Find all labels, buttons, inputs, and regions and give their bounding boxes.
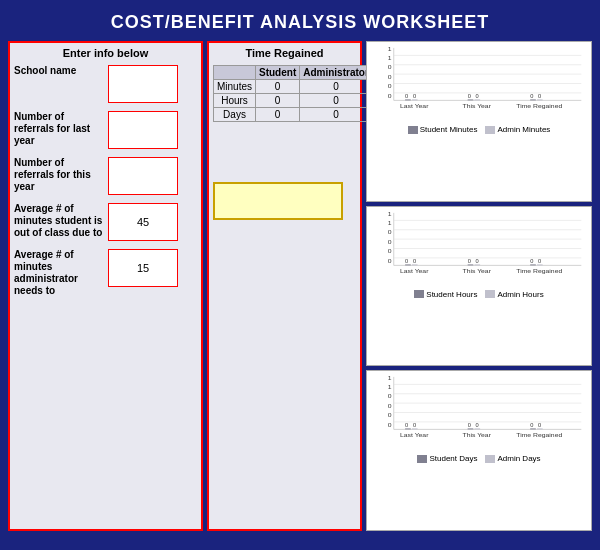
svg-rect-74 [537,429,543,430]
svg-text:0: 0 [476,423,479,428]
legend-label-student-days: Student Days [429,454,477,463]
hours-student: 0 [256,94,300,108]
middle-panel: Time Regained Student Administrator Minu… [207,41,362,531]
minutes-row: Minutes 0 0 [214,80,373,94]
svg-text:This Year: This Year [463,102,491,108]
minutes-legend: Student Minutes Admin Minutes [371,125,587,134]
hours-chart-svg: 1 1 0 0 0 0 Last Year This Year Time [371,211,587,286]
svg-rect-71 [468,429,474,430]
days-chart-svg: 1 1 0 0 0 0 Last Year This Year Time [371,375,587,450]
svg-text:0: 0 [388,229,392,235]
days-admin: 0 [300,108,373,122]
avg-minutes-student-label: Average # of minutes student is out of c… [14,203,104,239]
svg-text:1: 1 [388,219,392,225]
highlighted-input[interactable] [213,182,343,220]
referrals-this-year-input[interactable] [108,157,178,195]
legend-color-admin-hours [485,290,495,298]
days-student: 0 [256,108,300,122]
svg-text:1: 1 [388,46,392,52]
left-panel-title: Enter info below [14,47,197,59]
svg-text:0: 0 [405,259,408,264]
avg-minutes-admin-input[interactable]: 15 [108,249,178,287]
svg-rect-15 [468,99,474,100]
svg-text:1: 1 [388,384,392,390]
hours-label: Hours [214,94,256,108]
svg-rect-16 [474,99,480,100]
col-header-empty [214,66,256,80]
svg-text:0: 0 [388,238,392,244]
minutes-chart-svg: 1 1 0 0 0 0 [371,46,587,121]
svg-text:0: 0 [388,73,392,79]
avg-minutes-student-input[interactable]: 45 [108,203,178,241]
hours-chart: 1 1 0 0 0 0 Last Year This Year Time [366,206,592,367]
svg-text:Last Year: Last Year [400,267,428,273]
left-panel: Enter info below School name Number of r… [8,41,203,531]
legend-admin-minutes: Admin Minutes [485,125,550,134]
hours-row: Hours 0 0 [214,94,373,108]
svg-rect-42 [412,264,418,265]
svg-text:0: 0 [413,94,416,99]
svg-text:1: 1 [388,375,392,381]
col-header-student: Student [256,66,300,80]
minutes-student: 0 [256,80,300,94]
svg-text:0: 0 [413,423,416,428]
svg-rect-44 [474,264,480,265]
svg-text:1: 1 [388,211,392,217]
school-name-row: School name [14,65,197,103]
legend-student-minutes: Student Minutes [408,125,478,134]
svg-text:Last Year: Last Year [400,102,428,108]
avg-minutes-admin-row: Average # of minutes administrator needs… [14,249,197,297]
referrals-this-year-row: Number of referrals for this year [14,157,197,195]
hours-admin: 0 [300,94,373,108]
legend-label-admin-days: Admin Days [497,454,540,463]
referrals-last-year-input[interactable] [108,111,178,149]
svg-rect-41 [405,264,411,265]
svg-text:0: 0 [405,94,408,99]
legend-color-student-minutes [408,126,418,134]
legend-color-admin-days [485,455,495,463]
svg-text:Last Year: Last Year [400,432,428,438]
svg-rect-43 [468,264,474,265]
legend-color-student-days [417,455,427,463]
svg-text:0: 0 [530,94,533,99]
svg-text:0: 0 [388,257,392,263]
days-chart: 1 1 0 0 0 0 Last Year This Year Time [366,370,592,531]
legend-label-admin-hours: Admin Hours [497,290,543,299]
avg-minutes-admin-label: Average # of minutes administrator needs… [14,249,104,297]
svg-rect-17 [530,99,536,100]
svg-text:0: 0 [405,423,408,428]
page-title: COST/BENEFIT ANALYSIS WORKSHEET [0,0,600,41]
school-name-label: School name [14,65,104,77]
svg-rect-46 [537,264,543,265]
minutes-admin: 0 [300,80,373,94]
svg-text:0: 0 [468,259,471,264]
legend-color-admin-minutes [485,126,495,134]
svg-rect-45 [530,264,536,265]
svg-text:0: 0 [388,92,392,98]
school-name-input[interactable] [108,65,178,103]
svg-text:0: 0 [388,422,392,428]
svg-rect-13 [405,99,411,100]
svg-text:0: 0 [530,423,533,428]
right-panel: 1 1 0 0 0 0 [366,41,592,531]
svg-text:0: 0 [468,423,471,428]
svg-text:0: 0 [538,423,541,428]
svg-text:0: 0 [388,393,392,399]
legend-admin-hours: Admin Hours [485,290,543,299]
svg-text:0: 0 [388,247,392,253]
svg-text:0: 0 [538,94,541,99]
svg-text:1: 1 [388,55,392,61]
svg-text:Time Regained: Time Regained [516,432,563,438]
legend-color-student-hours [414,290,424,298]
hours-legend: Student Hours Admin Hours [371,290,587,299]
days-label: Days [214,108,256,122]
legend-label-student-minutes: Student Minutes [420,125,478,134]
time-table: Student Administrator Minutes 0 0 Hours … [213,65,373,122]
svg-text:0: 0 [476,259,479,264]
legend-label-student-hours: Student Hours [426,290,477,299]
svg-rect-69 [405,429,411,430]
svg-text:This Year: This Year [463,432,491,438]
legend-student-days: Student Days [417,454,477,463]
svg-text:Time Regained: Time Regained [516,267,563,273]
days-row: Days 0 0 [214,108,373,122]
